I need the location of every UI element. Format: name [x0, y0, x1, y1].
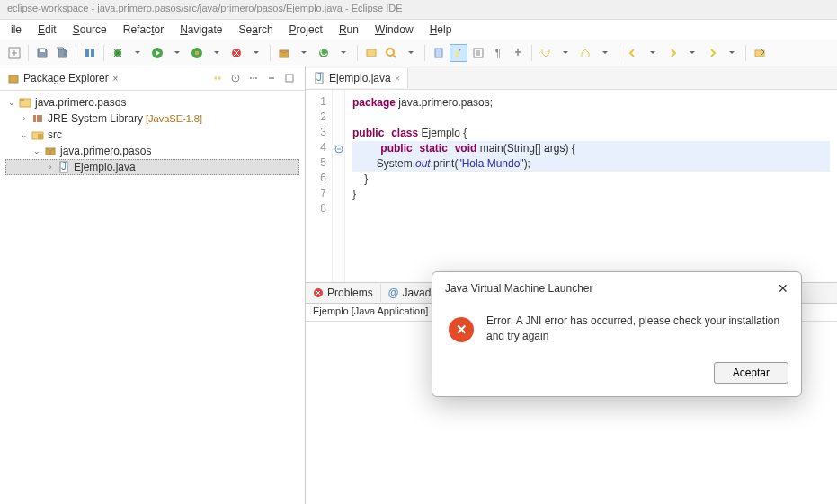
run-last-dropdown-icon[interactable] — [247, 44, 265, 62]
expand-icon[interactable]: ⌄ — [18, 130, 31, 139]
expand-icon[interactable]: › — [44, 163, 57, 172]
menu-navigate[interactable]: Navigate — [173, 22, 229, 38]
toggle-icon[interactable] — [81, 44, 99, 62]
toggle-highlight-icon[interactable] — [450, 44, 467, 62]
toolbar-expand-icon[interactable] — [5, 44, 23, 62]
close-tab-icon[interactable]: × — [395, 73, 400, 84]
dialog-title: Java Virtual Machine Launcher — [445, 282, 778, 295]
debug-dropdown-icon[interactable] — [129, 44, 147, 62]
menu-source[interactable]: Source — [66, 22, 114, 38]
dialog-close-icon[interactable]: ✕ — [778, 281, 788, 296]
forward-dropdown-icon[interactable] — [683, 44, 701, 62]
library-icon — [31, 111, 45, 126]
method-marker-icon[interactable] — [333, 141, 344, 156]
maximize-icon[interactable] — [281, 70, 298, 86]
tab-problems-label: Problems — [327, 287, 373, 299]
last-edit-dropdown-icon[interactable] — [723, 44, 741, 62]
tab-problems[interactable]: Problems — [306, 284, 381, 302]
expand-icon[interactable]: ⌄ — [31, 146, 43, 155]
package-explorer-panel: Package Explorer × ⌄ java.primero.pasos … — [0, 66, 306, 504]
new-class-dropdown-icon[interactable] — [334, 44, 352, 62]
next-dropdown-icon[interactable] — [557, 44, 574, 62]
menu-search[interactable]: Search — [232, 22, 280, 38]
jre-node[interactable]: › JRE System Library [JavaSE-1.8] — [5, 111, 299, 127]
separator — [745, 45, 746, 61]
prev-annotation-icon[interactable] — [576, 44, 594, 62]
editor-tab-label: Ejemplo.java — [329, 72, 391, 84]
menu-run[interactable]: Run — [332, 22, 366, 38]
link-editor-icon[interactable] — [209, 70, 226, 86]
menu-project[interactable]: Project — [282, 22, 330, 38]
save-all-icon[interactable] — [53, 44, 71, 62]
minimize-icon[interactable] — [263, 70, 280, 86]
toggle-mark-icon[interactable] — [430, 44, 448, 62]
file-node[interactable]: › J Ejemplo.java — [5, 159, 299, 175]
svg-rect-31 — [38, 134, 43, 139]
separator — [270, 45, 271, 61]
menu-refactor[interactable]: Refactor — [116, 22, 171, 38]
file-label: Ejemplo.java — [74, 161, 136, 173]
open-project-icon[interactable] — [751, 44, 769, 62]
package-node[interactable]: ⌄ java.primero.pasos — [5, 143, 299, 159]
save-icon[interactable] — [33, 44, 51, 62]
menu-help[interactable]: Help — [423, 22, 459, 38]
menu-edit[interactable]: Edit — [31, 22, 64, 38]
separator — [28, 45, 29, 61]
svg-point-23 — [255, 77, 257, 79]
editor-tab[interactable]: J Ejemplo.java × — [306, 68, 408, 88]
toggle-block-icon[interactable] — [469, 44, 487, 62]
editor-tab-bar: J Ejemplo.java × — [306, 66, 837, 90]
src-label: src — [48, 128, 62, 141]
run-dropdown-icon[interactable] — [168, 44, 186, 62]
svg-rect-27 — [33, 115, 36, 122]
window-titlebar: eclipse-workspace - java.primero.pasos/s… — [0, 0, 837, 20]
prev-dropdown-icon[interactable] — [596, 44, 614, 62]
svg-rect-28 — [37, 115, 40, 122]
open-type-icon[interactable] — [362, 44, 380, 62]
back-icon[interactable] — [624, 44, 642, 62]
svg-text:¶: ¶ — [495, 47, 501, 59]
menu-window[interactable]: Window — [368, 22, 421, 38]
jre-version: [JavaSE-1.8] — [146, 113, 202, 124]
search-icon[interactable] — [382, 44, 400, 62]
svg-rect-29 — [40, 115, 42, 122]
svg-point-20 — [235, 77, 236, 79]
view-menu-icon[interactable] — [245, 70, 262, 86]
svg-point-13 — [387, 49, 394, 56]
coverage-dropdown-icon[interactable] — [208, 44, 226, 62]
search-dropdown-icon[interactable] — [402, 44, 420, 62]
svg-text:J: J — [61, 161, 67, 172]
new-package-dropdown-icon[interactable] — [295, 44, 313, 62]
expand-icon[interactable]: ⌄ — [5, 98, 18, 107]
separator — [531, 45, 532, 61]
code-body[interactable]: package java.primero.pasos; public class… — [345, 90, 837, 282]
run-icon[interactable] — [148, 44, 166, 62]
focus-icon[interactable] — [227, 70, 244, 86]
next-annotation-icon[interactable] — [537, 44, 555, 62]
src-node[interactable]: ⌄ src — [5, 127, 299, 143]
run-last-icon[interactable] — [227, 44, 245, 62]
forward-icon[interactable] — [663, 44, 681, 62]
separator — [357, 45, 358, 61]
coverage-icon[interactable] — [188, 44, 206, 62]
debug-icon[interactable] — [109, 44, 127, 62]
show-whitespace-icon[interactable]: ¶ — [489, 44, 507, 62]
svg-rect-1 — [40, 49, 45, 52]
menu-file[interactable]: ile — [4, 22, 29, 38]
new-class-icon[interactable]: C — [315, 44, 333, 62]
expand-icon[interactable]: › — [18, 114, 31, 123]
accept-button[interactable]: Aceptar — [714, 362, 788, 384]
svg-rect-18 — [9, 75, 18, 83]
svg-rect-3 — [91, 49, 94, 57]
src-folder-icon — [31, 128, 45, 142]
code-editor[interactable]: 1 2 3 4 5 6 7 8 package java.primero.pas… — [306, 90, 837, 282]
pin-icon[interactable] — [509, 44, 527, 62]
last-edit-icon[interactable] — [703, 44, 721, 62]
new-package-icon[interactable] — [275, 44, 293, 62]
close-view-icon[interactable]: × — [113, 74, 119, 84]
error-dialog: Java Virtual Machine Launcher ✕ ✕ Error:… — [432, 271, 802, 397]
back-dropdown-icon[interactable] — [644, 44, 662, 62]
svg-rect-12 — [367, 49, 376, 57]
project-node[interactable]: ⌄ java.primero.pasos — [5, 94, 299, 111]
project-icon — [18, 95, 32, 110]
